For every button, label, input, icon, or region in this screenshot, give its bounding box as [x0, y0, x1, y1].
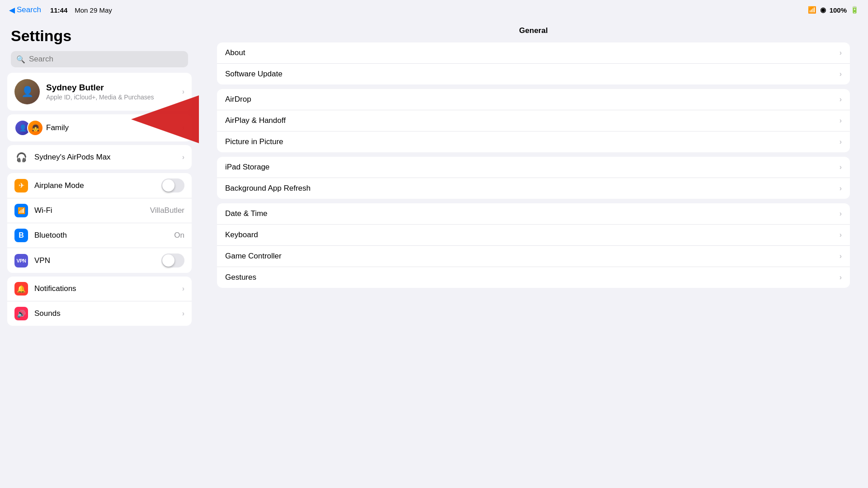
profile-name: Sydney Butler: [46, 83, 176, 93]
airplane-mode-item[interactable]: ✈ Airplane Mode: [7, 173, 192, 198]
ipad-storage-label: iPad Storage: [225, 163, 834, 172]
software-update-label: Software Update: [225, 70, 834, 79]
software-update-chevron-icon: ›: [840, 70, 842, 78]
status-left: ◀ Search 11:44 Mon 29 May: [9, 5, 112, 15]
sidebar-title: Settings: [11, 27, 188, 45]
bluetooth-icon: B: [14, 229, 28, 242]
vpn-toggle-knob: [162, 254, 175, 267]
wifi-icon: 📶: [14, 204, 28, 217]
profile-item[interactable]: 👤 Sydney Butler Apple ID, iCloud+, Media…: [7, 73, 192, 111]
keyboard-label: Keyboard: [225, 230, 834, 239]
settings-group-2: AirDrop › AirPlay & Handoff › Picture in…: [217, 89, 850, 152]
about-row[interactable]: About ›: [217, 42, 850, 64]
sounds-item[interactable]: 🔊 Sounds ›: [7, 301, 192, 326]
sounds-label: Sounds: [34, 309, 61, 318]
notifications-item[interactable]: 🔔 Notifications ›: [7, 277, 192, 301]
keyboard-row[interactable]: Keyboard ›: [217, 225, 850, 246]
settings-group-3: iPad Storage › Background App Refresh ›: [217, 157, 850, 199]
bluetooth-value: On: [174, 231, 184, 240]
background-refresh-row[interactable]: Background App Refresh ›: [217, 178, 850, 199]
search-icon: 🔍: [16, 55, 25, 64]
vpn-icon: VPN: [14, 254, 28, 267]
airplay-handoff-chevron-icon: ›: [840, 117, 842, 125]
picture-in-picture-row[interactable]: Picture in Picture ›: [217, 131, 850, 152]
profile-subtitle: Apple ID, iCloud+, Media & Purchases: [46, 94, 176, 101]
vpn-toggle[interactable]: [161, 253, 184, 267]
game-controller-label: Game Controller: [225, 252, 834, 261]
airplay-handoff-label: AirPlay & Handoff: [225, 116, 834, 125]
sounds-chevron-icon: ›: [182, 310, 184, 318]
wifi-status-icon: 📶: [808, 6, 816, 14]
family-section: 👤 👧 Family ›: [7, 114, 192, 141]
wifi-symbol: 📶: [18, 207, 25, 214]
status-date: Mon 29 May: [75, 6, 112, 14]
airplane-mode-content: Airplane Mode: [34, 178, 184, 192]
notifications-chevron-icon: ›: [182, 285, 184, 293]
ipad-storage-row[interactable]: iPad Storage ›: [217, 157, 850, 178]
connectivity-section: ✈ Airplane Mode 📶 Wi-Fi VillaButler: [7, 173, 192, 273]
bluetooth-item[interactable]: B Bluetooth On: [7, 223, 192, 248]
airplane-mode-toggle-knob: [162, 179, 175, 192]
back-button[interactable]: ◀ Search: [9, 5, 41, 15]
airplay-handoff-row[interactable]: AirPlay & Handoff ›: [217, 110, 850, 131]
status-time: 11:44: [50, 6, 67, 14]
panel-title: General: [217, 20, 850, 42]
wifi-item[interactable]: 📶 Wi-Fi VillaButler: [7, 198, 192, 223]
battery-icon: 🔋: [850, 6, 859, 14]
search-input[interactable]: [29, 55, 183, 64]
settings-group-4: Date & Time › Keyboard › Game Controller…: [217, 203, 850, 288]
airpods-section: 🎧 Sydney's AirPods Max ›: [7, 145, 192, 169]
vpn-item[interactable]: VPN VPN: [7, 248, 192, 273]
game-controller-row[interactable]: Game Controller ›: [217, 246, 850, 267]
gestures-label: Gestures: [225, 273, 834, 282]
family-avatars: 👤 👧: [14, 120, 40, 136]
airpods-content: Sydney's AirPods Max ›: [34, 153, 184, 162]
sounds-icon: 🔊: [14, 307, 28, 320]
profile-section: 👤 Sydney Butler Apple ID, iCloud+, Media…: [7, 73, 192, 111]
game-controller-chevron-icon: ›: [840, 252, 842, 260]
about-chevron-icon: ›: [840, 49, 842, 57]
software-update-row[interactable]: Software Update ›: [217, 64, 850, 84]
airpods-item[interactable]: 🎧 Sydney's AirPods Max ›: [7, 145, 192, 169]
family-content: Family ›: [46, 123, 184, 132]
airdrop-row[interactable]: AirDrop ›: [217, 89, 850, 110]
location-status-icon: ◉: [820, 6, 826, 14]
apps-section: 🔔 Notifications › 🔊 Sounds ›: [7, 277, 192, 326]
right-panel: General About › Software Update › AirDro…: [199, 20, 868, 488]
background-refresh-label: Background App Refresh: [225, 184, 834, 193]
main-container: Settings 🔍 👤 Sydney Butler Apple ID, iCl…: [0, 20, 868, 488]
avatar: 👤: [14, 79, 40, 104]
keyboard-chevron-icon: ›: [840, 231, 842, 239]
ipad-storage-chevron-icon: ›: [840, 163, 842, 171]
airdrop-chevron-icon: ›: [840, 95, 842, 103]
airpods-icon: 🎧: [14, 150, 28, 164]
notifications-label: Notifications: [34, 284, 76, 293]
family-chevron-icon: ›: [182, 124, 184, 132]
bluetooth-content: Bluetooth On: [34, 231, 184, 240]
back-chevron-icon: ◀: [9, 5, 15, 15]
background-refresh-chevron-icon: ›: [840, 184, 842, 192]
date-time-chevron-icon: ›: [840, 210, 842, 218]
notifications-icon: 🔔: [14, 282, 28, 296]
wifi-value: VillaButler: [150, 206, 184, 215]
airpods-label: Sydney's AirPods Max: [34, 153, 111, 162]
status-bar: ◀ Search 11:44 Mon 29 May 📶 ◉ 100% 🔋: [0, 0, 868, 20]
airplane-mode-toggle[interactable]: [161, 178, 184, 192]
picture-in-picture-chevron-icon: ›: [840, 138, 842, 146]
battery-label: 100%: [830, 6, 847, 14]
airdrop-label: AirDrop: [225, 95, 834, 104]
family-label: Family: [46, 123, 69, 132]
search-bar[interactable]: 🔍: [11, 51, 188, 67]
notifications-content: Notifications ›: [34, 284, 184, 293]
date-time-row[interactable]: Date & Time ›: [217, 203, 850, 225]
vpn-label: VPN: [34, 256, 50, 265]
gestures-row[interactable]: Gestures ›: [217, 267, 850, 288]
date-time-label: Date & Time: [225, 209, 834, 218]
back-label[interactable]: Search: [17, 5, 41, 14]
profile-info: Sydney Butler Apple ID, iCloud+, Media &…: [46, 83, 176, 101]
airplane-mode-label: Airplane Mode: [34, 181, 84, 190]
airplane-mode-icon: ✈: [14, 179, 28, 192]
wifi-label: Wi-Fi: [34, 206, 52, 215]
family-item[interactable]: 👤 👧 Family ›: [7, 114, 192, 141]
picture-in-picture-label: Picture in Picture: [225, 137, 834, 146]
